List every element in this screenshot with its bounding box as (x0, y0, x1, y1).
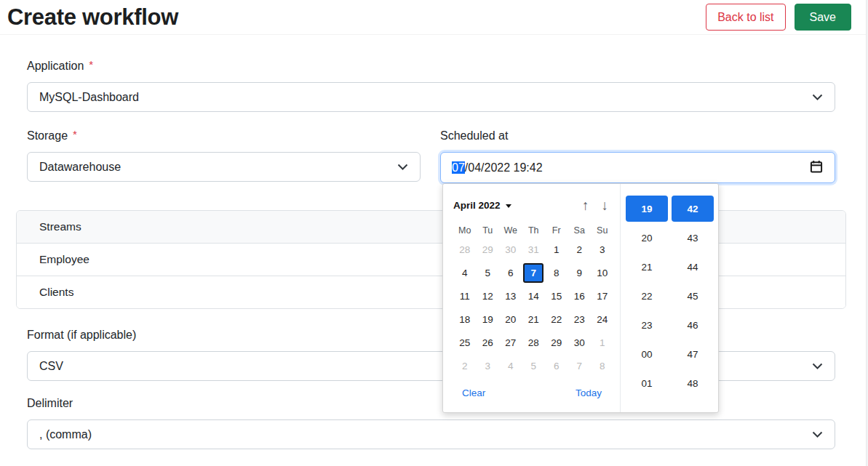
arrow-up-icon: ↑ (582, 198, 589, 213)
day-cell[interactable]: 28 (522, 331, 546, 354)
day-cell[interactable]: 8 (591, 354, 614, 377)
hour-cell[interactable]: 19 (626, 196, 668, 222)
day-cell[interactable]: 29 (545, 331, 568, 354)
day-cell[interactable]: 17 (591, 284, 614, 308)
save-button[interactable]: Save (795, 4, 851, 31)
month-label: April 2022 (453, 200, 501, 211)
day-cell[interactable]: 4 (453, 261, 477, 284)
scheduled-at-label: Scheduled at (440, 129, 835, 142)
day-cell[interactable]: 24 (591, 308, 614, 331)
day-cell[interactable]: 5 (477, 261, 500, 284)
day-number: 6 (546, 356, 567, 376)
day-cell[interactable]: 7 (522, 261, 546, 284)
day-number: 7 (569, 356, 589, 376)
day-cell[interactable]: 31 (522, 238, 546, 261)
hour-cell[interactable]: 00 (626, 341, 668, 367)
day-cell[interactable]: 21 (522, 308, 546, 331)
day-cell[interactable]: 2 (453, 354, 477, 377)
minute-cell[interactable]: 45 (672, 283, 714, 309)
scheduled-at-input[interactable]: 07/04/2022 19:42 (440, 152, 835, 183)
weekday-label: Tu (477, 223, 500, 238)
day-cell[interactable]: 30 (568, 331, 592, 354)
day-cell[interactable]: 23 (568, 308, 592, 331)
application-select[interactable]: MySQL-Dashboard (27, 82, 835, 112)
hour-cell[interactable]: 22 (626, 283, 668, 309)
day-cell[interactable]: 12 (477, 284, 500, 308)
scheduled-at-value: 07/04/2022 19:42 (452, 161, 809, 174)
minute-cell[interactable]: 46 (672, 312, 714, 338)
delimiter-select[interactable]: , (comma) (27, 419, 835, 449)
day-cell[interactable]: 1 (545, 238, 568, 261)
day-cell[interactable]: 5 (522, 354, 546, 377)
day-cell[interactable]: 29 (477, 238, 500, 261)
stream-row[interactable]: Employee (17, 244, 845, 276)
chevron-down-icon (812, 431, 823, 438)
prev-month-button[interactable]: ↑ (582, 198, 589, 212)
day-cell[interactable]: 22 (545, 308, 568, 331)
day-number: 29 (477, 240, 498, 260)
scheduled-at-field: Scheduled at 07/04/2022 19:42 (440, 129, 835, 183)
hour-cell[interactable]: 20 (626, 225, 668, 251)
today-button[interactable]: Today (576, 387, 602, 398)
month-selector[interactable]: April 2022 (453, 200, 511, 211)
day-cell[interactable]: 11 (453, 284, 477, 308)
minute-cell[interactable]: 42 (672, 196, 714, 222)
day-cell[interactable]: 4 (499, 354, 522, 377)
day-cell[interactable]: 26 (477, 331, 500, 354)
back-to-list-button[interactable]: Back to list (706, 4, 785, 31)
clear-button[interactable]: Clear (462, 387, 485, 398)
day-number: 12 (477, 286, 498, 306)
day-cell[interactable]: 2 (568, 238, 592, 261)
day-cell[interactable]: 10 (591, 261, 614, 284)
day-cell[interactable]: 6 (545, 354, 568, 377)
day-number: 1 (546, 240, 567, 260)
day-cell[interactable]: 3 (477, 354, 500, 377)
day-cell[interactable]: 16 (568, 284, 592, 308)
day-number: 6 (501, 263, 521, 283)
streams-header: Streams (17, 211, 845, 244)
day-number: 28 (523, 333, 544, 353)
calendar-icon[interactable] (809, 159, 824, 177)
day-cell[interactable]: 18 (453, 308, 477, 331)
storage-select[interactable]: Datawarehouse (27, 152, 421, 182)
hour-cell[interactable]: 21 (626, 254, 668, 280)
day-number: 10 (592, 263, 613, 283)
weekday-label: Sa (568, 223, 592, 238)
day-cell[interactable]: 6 (499, 261, 522, 284)
minute-cell[interactable]: 43 (672, 225, 714, 251)
day-number: 17 (592, 286, 613, 306)
day-cell[interactable]: 3 (591, 238, 614, 261)
day-cell[interactable]: 1 (591, 331, 614, 354)
day-cell[interactable]: 27 (499, 331, 522, 354)
next-month-button[interactable]: ↓ (602, 198, 609, 212)
day-cell[interactable]: 15 (545, 284, 568, 308)
minute-cell[interactable]: 44 (672, 254, 714, 280)
page-title: Create workflow (7, 4, 178, 31)
day-cell[interactable]: 25 (453, 331, 477, 354)
hour-cell[interactable]: 23 (626, 312, 668, 338)
minute-cell[interactable]: 48 (672, 370, 714, 396)
minute-cell[interactable]: 47 (672, 341, 714, 367)
day-cell[interactable]: 19 (477, 308, 500, 331)
weekday-label: Su (591, 223, 614, 238)
day-number: 2 (569, 240, 589, 260)
day-number: 9 (569, 263, 589, 283)
day-cell[interactable]: 7 (568, 354, 592, 377)
day-cell[interactable]: 20 (499, 308, 522, 331)
hour-cell[interactable]: 01 (626, 370, 668, 396)
day-cell[interactable]: 8 (545, 261, 568, 284)
stream-row[interactable]: Clients (17, 276, 845, 308)
time-pane: 19202122230001 42434445464748 (620, 184, 718, 412)
required-asterisk: * (73, 128, 77, 140)
chevron-down-icon (397, 164, 408, 171)
day-cell[interactable]: 28 (453, 238, 477, 261)
day-number: 27 (501, 333, 521, 353)
day-number: 3 (592, 240, 613, 260)
day-cell[interactable]: 14 (522, 284, 546, 308)
day-cell[interactable]: 9 (568, 261, 592, 284)
date-segment-selected: 07 (452, 161, 465, 174)
day-cell[interactable]: 30 (499, 238, 522, 261)
day-cell[interactable]: 13 (499, 284, 522, 308)
day-number: 1 (592, 333, 613, 353)
day-number: 30 (501, 240, 521, 260)
